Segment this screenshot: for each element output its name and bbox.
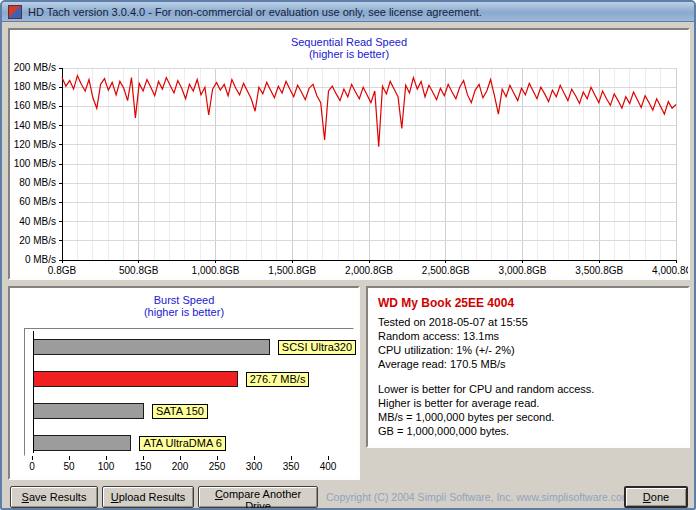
burst-bar <box>33 339 270 355</box>
burst-axis-tick <box>69 456 70 460</box>
burst-axis-tick <box>143 456 144 460</box>
burst-axis-tick <box>217 456 218 460</box>
burst-axis-number: 50 <box>63 461 74 472</box>
burst-bar-label: 276.7 MB/s <box>246 372 310 387</box>
burst-bar <box>33 435 131 451</box>
sequential-chart-subtitle: (higher is better) <box>10 48 688 60</box>
sequential-chart-title: Sequential Read Speed <box>10 36 688 48</box>
burst-y-axis <box>33 331 34 453</box>
burst-bar-label: SCSI Ultra320 <box>278 340 356 355</box>
axis-label: 200 MB/s <box>14 62 56 73</box>
axis-label: 4,000.8GB <box>652 265 688 276</box>
axis-label: 40 MB/s <box>19 216 56 227</box>
axis-label: 120 MB/s <box>14 139 56 150</box>
drive-info-panel: WD My Book 25EE 4004 Tested on 2018-05-0… <box>366 286 690 448</box>
info-line: Tested on 2018-05-07 at 15:55 <box>378 315 678 329</box>
save-results-button[interactable]: Save Results <box>10 486 98 508</box>
info-note-line: Higher is better for average read. <box>378 396 678 410</box>
burst-axis-number: 350 <box>283 461 300 472</box>
drive-stats: Tested on 2018-05-07 at 15:55Random acce… <box>378 315 678 371</box>
burst-chart-subtitle: (higher is better) <box>10 306 358 318</box>
titlebar[interactable]: HD Tach version 3.0.4.0 - For non-commer… <box>2 2 694 22</box>
burst-axis-number: 100 <box>98 461 115 472</box>
burst-axis-tick <box>106 456 107 460</box>
burst-axis-number: 400 <box>320 461 337 472</box>
sequential-read-panel: Sequential Read Speed (higher is better)… <box>8 28 690 280</box>
burst-axis-tick <box>254 456 255 460</box>
burst-axis-number: 200 <box>172 461 189 472</box>
info-line: Average read: 170.5 MB/s <box>378 357 678 371</box>
burst-axis-number: 300 <box>246 461 263 472</box>
burst-axis-number: 0 <box>29 461 35 472</box>
sequential-read-chart: 200 MB/s180 MB/s160 MB/s140 MB/s120 MB/s… <box>10 62 688 280</box>
axis-label: 3,500.8GB <box>575 265 623 276</box>
burst-axis-tick <box>180 456 181 460</box>
axis-label: 100 MB/s <box>14 158 56 169</box>
axis-label: 180 MB/s <box>14 81 56 92</box>
done-button[interactable]: Done <box>624 486 688 508</box>
window-title: HD Tach version 3.0.4.0 - For non-commer… <box>28 6 482 18</box>
compare-another-drive-button[interactable]: Compare Another Drive <box>198 486 318 508</box>
burst-axis-number: 150 <box>135 461 152 472</box>
axis-label: 0.8GB <box>48 265 77 276</box>
axis-label: 0 MB/s <box>25 254 56 265</box>
burst-axis-number: 250 <box>209 461 226 472</box>
copyright-text: Copyright (C) 2004 Simpli Software, Inc.… <box>326 491 620 503</box>
axis-label: 1,000.8GB <box>192 265 240 276</box>
burst-bar <box>33 371 238 387</box>
drive-name: WD My Book 25EE 4004 <box>378 296 678 310</box>
burst-bar-label: SATA 150 <box>152 404 208 419</box>
info-line: Random access: 13.1ms <box>378 329 678 343</box>
info-note-line: Lower is better for CPU and random acces… <box>378 382 678 396</box>
info-notes: Lower is better for CPU and random acces… <box>378 382 678 438</box>
axis-label: 140 MB/s <box>14 120 56 131</box>
info-note-line: MB/s = 1,000,000 bytes per second. <box>378 410 678 424</box>
burst-bar <box>33 403 144 419</box>
burst-speed-panel: Burst Speed (higher is better) SCSI Ultr… <box>8 286 360 480</box>
axis-label: 60 MB/s <box>19 196 56 207</box>
burst-axis-tick <box>291 456 292 460</box>
burst-chart-title: Burst Speed <box>10 294 358 306</box>
axis-label: 2,000.8GB <box>345 265 393 276</box>
info-note-line: GB = 1,000,000,000 bytes. <box>378 424 678 438</box>
burst-axis-tick <box>328 456 329 460</box>
burst-axis-tick <box>32 456 33 460</box>
axis-label: 20 MB/s <box>19 235 56 246</box>
axis-label: 500.8GB <box>119 265 159 276</box>
axis-label: 160 MB/s <box>14 100 56 111</box>
info-line: CPU utilization: 1% (+/- 2%) <box>378 343 678 357</box>
burst-chart-plot: SCSI Ultra320276.7 MB/sSATA 150ATA Ultra… <box>24 328 354 456</box>
app-icon <box>8 5 22 19</box>
hdtach-window: HD Tach version 3.0.4.0 - For non-commer… <box>0 0 696 510</box>
axis-label: 3,000.8GB <box>499 265 547 276</box>
axis-label: 2,500.8GB <box>422 265 470 276</box>
upload-results-button[interactable]: Upload Results <box>102 486 194 508</box>
burst-bar-label: ATA UltraDMA 6 <box>139 436 225 451</box>
axis-label: 80 MB/s <box>19 177 56 188</box>
axis-label: 1,500.8GB <box>268 265 316 276</box>
